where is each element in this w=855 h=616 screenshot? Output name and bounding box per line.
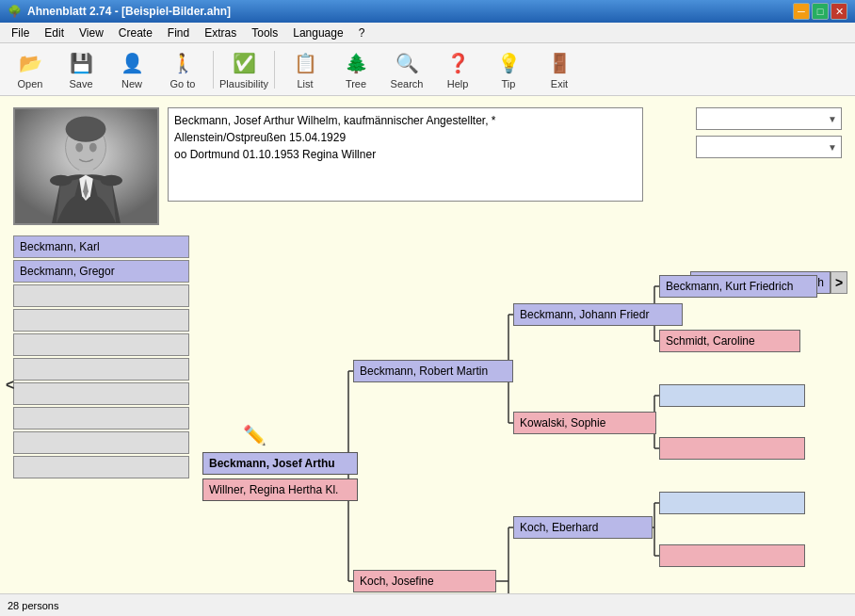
close-button[interactable]: ✕ <box>831 3 847 20</box>
node-koch-josefine[interactable]: Koch, Josefine <box>353 570 496 592</box>
node-root-male[interactable]: Beckmann, Josef Arthu <box>202 452 358 475</box>
family-item-1[interactable]: Beckmann, Gregor <box>13 260 189 283</box>
menu-item-create[interactable]: Create <box>111 24 160 41</box>
node-gen4-empty-2 <box>659 437 805 460</box>
toolbar-sep-4 <box>213 51 214 89</box>
toolbar-sep-5 <box>274 51 275 89</box>
toolbar-btn-exit[interactable]: 🚪Exit <box>535 47 584 92</box>
family-list: Beckmann, KarlBeckmann, Gregor <box>13 235 189 480</box>
help-icon: ❓ <box>444 50 471 76</box>
tip-icon: 💡 <box>495 50 522 76</box>
node-schmidt-caroline[interactable]: Schmidt, Caroline <box>659 330 800 352</box>
plausibility-icon: ✅ <box>231 50 257 76</box>
edit-icon[interactable]: ✏️ <box>243 424 266 446</box>
family-item-8[interactable] <box>13 431 189 454</box>
dropdown-2[interactable]: ▼ <box>696 136 842 158</box>
status-bar: 28 persons <box>0 593 855 616</box>
node-kurt-friedrich[interactable]: Beckmann, Kurt Friedrich <box>659 275 817 298</box>
toolbar-btn-plausibility[interactable]: ✅Plausibility <box>219 47 268 92</box>
toolbar-btn-search[interactable]: 🔍Search <box>382 47 431 92</box>
window-controls: ─ □ ✕ <box>793 3 847 20</box>
toolbar-btn-save[interactable]: 💾Save <box>56 47 105 92</box>
node-gen4-empty-4 <box>659 544 805 567</box>
toolbar-btn-list[interactable]: 📋List <box>281 47 330 92</box>
toolbar: 📂Open💾Save👤New🚶Go to✅Plausibility📋List🌲T… <box>0 43 855 96</box>
info-line3: oo Dortmund 01.10.1953 Regina Willner <box>174 146 637 163</box>
person-photo <box>13 107 159 225</box>
node-kowalski-sophie[interactable]: Kowalski, Sophie <box>513 412 656 434</box>
menu-item-tools[interactable]: Tools <box>244 24 285 41</box>
info-line1: Beckmann, Josef Arthur Wilhelm, kaufmänn… <box>174 112 637 129</box>
toolbar-label-tip: Tip <box>502 78 516 89</box>
info-line2: Allenstein/Ostpreußen 15.04.1929 <box>174 129 637 146</box>
search-icon: 🔍 <box>394 50 420 76</box>
app-icon: 🌳 <box>8 5 22 18</box>
menu-item-?[interactable]: ? <box>351 24 373 41</box>
toolbar-btn-new[interactable]: 👤New <box>107 47 156 92</box>
save-icon: 💾 <box>68 50 94 76</box>
svg-point-8 <box>101 175 122 186</box>
chevron-down-icon: ▼ <box>828 114 837 124</box>
toolbar-btn-goto[interactable]: 🚶Go to <box>158 47 207 92</box>
node-koch-eberhard[interactable]: Koch, Eberhard <box>513 516 653 539</box>
toolbar-label-plausibility: Plausibility <box>219 78 268 89</box>
toolbar-label-new: New <box>121 78 142 89</box>
svg-point-4 <box>75 143 83 153</box>
family-item-9[interactable] <box>13 456 189 478</box>
maximize-button[interactable]: □ <box>812 3 829 20</box>
new-icon: 👤 <box>119 50 145 76</box>
dropdown-1[interactable]: ▼ <box>696 107 842 130</box>
toolbar-btn-help[interactable]: ❓Help <box>433 47 482 92</box>
toolbar-label-search: Search <box>391 78 424 89</box>
family-item-7[interactable] <box>13 407 189 430</box>
family-item-2[interactable] <box>13 284 189 307</box>
minimize-button[interactable]: ─ <box>793 3 810 20</box>
tree-icon: 🌲 <box>343 50 369 76</box>
main-area: Beckmann, Josef Arthur Wilhelm, kaufmänn… <box>0 96 855 593</box>
toolbar-label-help: Help <box>447 78 469 89</box>
family-item-6[interactable] <box>13 382 189 405</box>
goto-icon: 🚶 <box>169 50 196 76</box>
family-item-4[interactable] <box>13 333 189 356</box>
node-gen4-empty-1 <box>659 384 805 407</box>
menu-bar: FileEditViewCreateFindExtrasToolsLanguag… <box>0 23 855 43</box>
title-bar-text: Ahnenblatt 2.74 - [Beispiel-Bilder.ahn] <box>27 5 231 18</box>
toolbar-btn-open[interactable]: 📂Open <box>6 47 55 92</box>
info-text-box: Beckmann, Josef Arthur Wilhelm, kaufmänn… <box>168 107 643 202</box>
toolbar-btn-tree[interactable]: 🌲Tree <box>331 47 380 92</box>
chevron-down-icon: ▼ <box>828 142 837 153</box>
node-robert-martin[interactable]: Beckmann, Robert Martin <box>353 360 513 382</box>
menu-item-language[interactable]: Language <box>285 24 350 41</box>
nav-left-button[interactable]: < <box>6 377 14 394</box>
menu-item-find[interactable]: Find <box>160 24 197 41</box>
toolbar-label-exit: Exit <box>551 78 568 89</box>
family-item-0[interactable]: Beckmann, Karl <box>13 235 189 258</box>
toolbar-label-goto: Go to <box>170 78 196 89</box>
toolbar-label-tree: Tree <box>346 78 366 89</box>
toolbar-label-list: List <box>297 78 313 89</box>
menu-item-file[interactable]: File <box>4 24 37 41</box>
svg-point-5 <box>89 143 97 153</box>
node-gen4-empty-3 <box>659 492 805 514</box>
toolbar-label-open: Open <box>18 78 43 89</box>
open-icon: 📂 <box>17 50 43 76</box>
exit-icon: 🚪 <box>546 50 573 76</box>
family-item-3[interactable] <box>13 309 189 332</box>
node-root-spouse[interactable]: Willner, Regina Hertha Kl. <box>202 478 358 501</box>
toolbar-label-save: Save <box>69 78 92 89</box>
status-text: 28 persons <box>8 600 58 611</box>
svg-point-3 <box>66 116 106 141</box>
menu-item-view[interactable]: View <box>72 24 111 41</box>
svg-point-7 <box>50 175 72 186</box>
dropdown-area: ▼ ▼ <box>696 107 842 158</box>
title-bar: 🌳 Ahnenblatt 2.74 - [Beispiel-Bilder.ahn… <box>0 0 855 23</box>
toolbar-btn-tip[interactable]: 💡Tip <box>484 47 533 92</box>
menu-item-extras[interactable]: Extras <box>197 24 244 41</box>
menu-item-edit[interactable]: Edit <box>37 24 72 41</box>
list-icon: 📋 <box>292 50 318 76</box>
ancestor-arrow-right[interactable]: > <box>831 271 847 294</box>
node-beckmann-johann[interactable]: Beckmann, Johann Friedr <box>513 303 683 326</box>
family-item-5[interactable] <box>13 358 189 381</box>
